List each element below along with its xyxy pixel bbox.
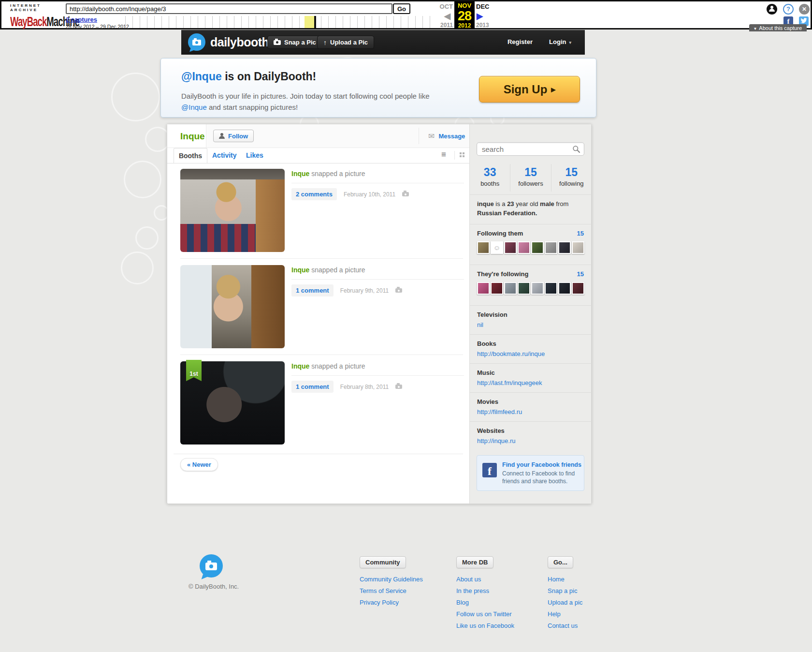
avatar-thumbnail[interactable] bbox=[545, 241, 557, 254]
avatar-thumbnail[interactable] bbox=[558, 282, 571, 295]
tab-likes[interactable]: Likes bbox=[246, 148, 263, 163]
avatar-thumbnail[interactable] bbox=[504, 241, 517, 254]
month-next-label[interactable]: DEC bbox=[476, 3, 489, 10]
avatar-thumbnail[interactable] bbox=[491, 282, 503, 295]
year-prev-label[interactable]: 2011 bbox=[435, 22, 453, 29]
divider bbox=[419, 128, 419, 144]
footer-link-community-guidelines[interactable]: Community Guidelines bbox=[360, 576, 423, 583]
first-booth-ribbon: 1st bbox=[186, 360, 202, 381]
post-photo[interactable]: 1st bbox=[180, 361, 285, 445]
footer-link-blog[interactable]: Blog bbox=[456, 599, 514, 606]
avatar-thumbnail[interactable] bbox=[477, 282, 490, 295]
search-input[interactable] bbox=[477, 143, 584, 155]
theyre-following-avatars bbox=[477, 282, 584, 295]
dailybooth-footer-logo[interactable] bbox=[200, 554, 223, 578]
section-websites-heading: Websites bbox=[477, 427, 505, 434]
help-icon[interactable]: ? bbox=[783, 4, 794, 15]
avatar-thumbnail[interactable] bbox=[531, 282, 544, 295]
websites-link[interactable]: http://inque.ru bbox=[477, 437, 516, 445]
footer-link-follow-twitter[interactable]: Follow us on Twitter bbox=[456, 611, 514, 618]
list-view-icon[interactable]: ≡ bbox=[441, 150, 446, 160]
footer-link-home[interactable]: Home bbox=[548, 576, 582, 583]
register-link[interactable]: Register bbox=[508, 38, 533, 45]
camera-icon bbox=[395, 288, 402, 293]
login-menu[interactable]: Login▾ bbox=[549, 38, 571, 45]
avatar-thumbnail[interactable] bbox=[572, 241, 584, 254]
snap-a-pic-button[interactable]: Snap a Pic bbox=[267, 36, 322, 49]
prev-capture-arrow[interactable]: ◀ bbox=[444, 11, 450, 21]
message-button[interactable]: ✉Message bbox=[428, 132, 465, 141]
avatar-thumbnail[interactable] bbox=[531, 241, 544, 254]
wayback-logo[interactable]: INTERNET ARCHIVE WayBackMachine bbox=[10, 3, 68, 25]
avatar-thumbnail[interactable] bbox=[572, 282, 584, 295]
music-link[interactable]: http://last.fm/inquegeek bbox=[477, 379, 542, 386]
wayback-captures-link[interactable]: 2 captures bbox=[66, 16, 97, 23]
month-prev-label[interactable]: OCT bbox=[435, 3, 453, 10]
dailybooth-logo-icon[interactable] bbox=[188, 33, 205, 51]
caret-down-icon: ▾ bbox=[569, 40, 571, 45]
person-icon bbox=[769, 6, 775, 12]
close-toolbar-icon[interactable]: ✕ bbox=[799, 4, 810, 15]
facebook-connect-link[interactable]: Find your Facebook friends bbox=[502, 461, 581, 468]
section-music-heading: Music bbox=[477, 369, 495, 376]
footer-link-terms-of-service[interactable]: Terms of Service bbox=[360, 588, 423, 594]
wayback-go-button[interactable]: Go bbox=[393, 3, 410, 14]
follow-button[interactable]: Follow bbox=[213, 130, 254, 142]
post-photo[interactable] bbox=[180, 265, 285, 348]
footer-link-about-us[interactable]: About us bbox=[456, 576, 514, 583]
wayback-timeline[interactable] bbox=[125, 16, 433, 28]
tab-booths[interactable]: Booths bbox=[174, 148, 207, 163]
about-this-capture-tab[interactable]: ▼About this capture bbox=[749, 24, 807, 31]
television-link[interactable]: nil bbox=[477, 321, 483, 328]
profile-icon[interactable] bbox=[767, 4, 777, 15]
profile-handle-link[interactable]: @Inque bbox=[181, 103, 207, 111]
following-them-count[interactable]: 15 bbox=[577, 230, 584, 237]
search-icon[interactable] bbox=[572, 145, 580, 153]
books-link[interactable]: http://bookmate.ru/inque bbox=[477, 350, 545, 357]
comments-link[interactable]: 1 comment bbox=[291, 284, 334, 296]
wayback-url-input[interactable] bbox=[66, 3, 392, 14]
upload-a-pic-button[interactable]: ↑Upload a Pic bbox=[317, 36, 374, 49]
section-television-heading: Television bbox=[477, 311, 508, 318]
movies-link[interactable]: http://filmfeed.ru bbox=[477, 408, 522, 415]
comments-link[interactable]: 1 comment bbox=[291, 381, 334, 393]
avatar-thumbnail[interactable] bbox=[545, 282, 557, 295]
footer-link-snap-a-pic[interactable]: Snap a pic bbox=[548, 588, 582, 594]
footer-link-contact-us[interactable]: Contact us bbox=[548, 622, 582, 629]
post-author-link[interactable]: Inque bbox=[291, 266, 309, 274]
tab-activity[interactable]: Activity bbox=[212, 148, 237, 163]
stat-booths[interactable]: 33booths bbox=[470, 164, 510, 192]
footer-link-upload-a-pic[interactable]: Upload a pic bbox=[548, 599, 582, 606]
avatar-thumbnail[interactable] bbox=[518, 241, 530, 254]
sign-up-button[interactable]: Sign Up▸ bbox=[479, 76, 580, 103]
stat-followers[interactable]: 15followers bbox=[510, 164, 551, 192]
year-next-label[interactable]: 2013 bbox=[476, 22, 489, 29]
profile-stats: 33booths 15followers 15following bbox=[470, 164, 592, 192]
avatar-thumbnail[interactable] bbox=[518, 282, 530, 295]
footer-link-in-the-press[interactable]: In the press bbox=[456, 588, 514, 594]
comments-link[interactable]: 2 comments bbox=[291, 188, 337, 200]
timeline-current-highlight[interactable] bbox=[304, 16, 315, 28]
next-capture-arrow[interactable]: ▶ bbox=[477, 11, 483, 21]
theyre-following-count[interactable]: 15 bbox=[577, 270, 584, 278]
profile-bio: inque is a 23 year old male from Russian… bbox=[477, 200, 580, 218]
footer-link-privacy-policy[interactable]: Privacy Policy bbox=[360, 599, 423, 606]
avatar-thumbnail[interactable] bbox=[558, 241, 571, 254]
profile-handle-link[interactable]: @Inque bbox=[181, 70, 222, 83]
avatar-thumbnail[interactable] bbox=[477, 241, 490, 254]
arrow-right-icon: ▸ bbox=[551, 84, 555, 95]
grid-view-icon[interactable] bbox=[460, 152, 462, 154]
post-author-link[interactable]: Inque bbox=[291, 170, 309, 178]
camera-icon bbox=[192, 40, 201, 45]
stat-following[interactable]: 15following bbox=[551, 164, 592, 192]
footer-link-help[interactable]: Help bbox=[548, 611, 582, 618]
footer-link-like-facebook[interactable]: Like us on Facebook bbox=[456, 622, 514, 629]
divider bbox=[470, 392, 592, 393]
post-photo[interactable] bbox=[180, 169, 285, 252]
dailybooth-wordmark[interactable]: dailybooth bbox=[210, 35, 269, 49]
avatar-thumbnail[interactable]: ☺ bbox=[491, 241, 503, 254]
post-author-link[interactable]: Inque bbox=[291, 362, 309, 370]
avatar-thumbnail[interactable] bbox=[504, 282, 517, 295]
newer-page-button[interactable]: « Newer bbox=[180, 458, 218, 471]
post-date: February 9th, 2011 bbox=[340, 287, 389, 294]
